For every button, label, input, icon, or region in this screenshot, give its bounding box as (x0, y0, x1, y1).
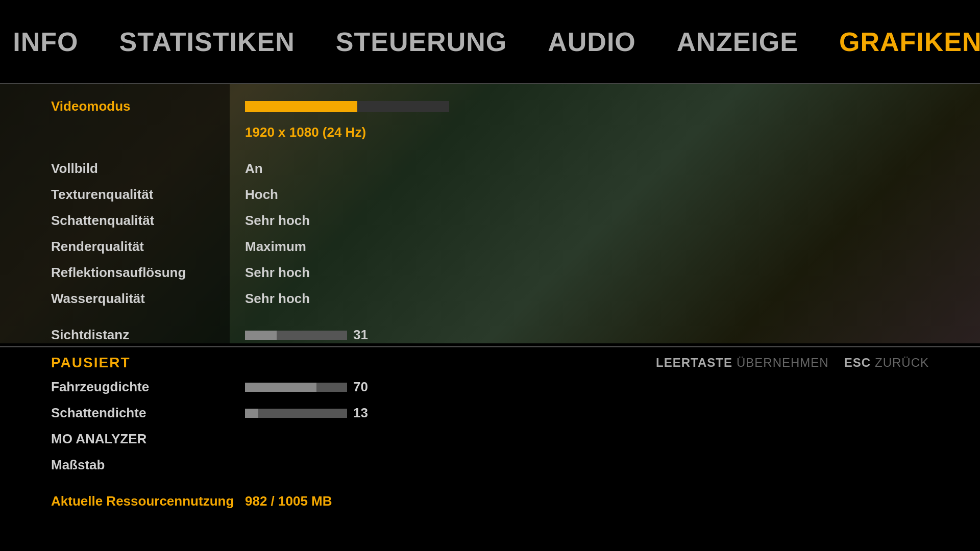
nav-item-audio[interactable]: Audio (548, 27, 636, 57)
key-hint-leertaste: LEERTASTE ÜBERNEHMEN (656, 356, 829, 370)
renderqualitaet-value[interactable]: Maximum (245, 234, 449, 260)
vollbild-value[interactable]: An (245, 156, 449, 182)
fahrzeugdichte-label: Fahrzeugdichte (51, 374, 245, 400)
key-hint-esc: ESC ZURÜCK (844, 356, 929, 370)
fahrzeugdichte-bar (245, 383, 347, 392)
massstab-label: Maßstab (51, 452, 245, 478)
sichtdistanz-value: 31 (353, 327, 374, 343)
vollbild-label: Vollbild (51, 156, 245, 182)
action-zurueck: ZURÜCK (875, 356, 929, 370)
wasserqualitaet-label: Wasserqualität (51, 286, 245, 312)
nav-item-anzeige[interactable]: Anzeige (677, 27, 798, 57)
schattendichte-slider[interactable]: 13 (245, 405, 449, 421)
schattenqualitaet-label: Schattenqualität (51, 208, 245, 234)
nav-item-statistiken[interactable]: Statistiken (119, 27, 295, 57)
fahrzeugdichte-fill (245, 383, 316, 392)
paused-label: PAUSIERT (51, 355, 131, 371)
schattendichte-label: Schattendichte (51, 400, 245, 426)
videomodus-value: 980 x 551 (24 Hz) (245, 119, 449, 145)
schattendichte-bar (245, 409, 347, 418)
settings-panel: Videomodus 980 x 551 (24 Hz) Vollbild … (0, 83, 444, 343)
videomodus-label: Videomodus (51, 93, 245, 119)
texturenqualitaet-label: Texturenqualität (51, 182, 245, 208)
nav-item-steuerung[interactable]: Steuerung (336, 27, 507, 57)
reflektionsaufloesung-value[interactable]: Sehr hoch (245, 260, 449, 286)
navigation: Karte Info Statistiken Steuerung Audio A… (0, 0, 980, 83)
videomodus-slider-container[interactable] (245, 98, 449, 115)
texturenqualitaet-value[interactable]: Hoch (245, 182, 449, 208)
nav-item-info[interactable]: Info (13, 27, 78, 57)
renderqualitaet-label: Renderqualität (51, 234, 245, 260)
status-bar: PAUSIERT LEERTASTE ÜBERNEHMEN ESC ZURÜCK (0, 347, 980, 378)
sichtdistanz-fill (245, 331, 277, 340)
nav-item-grafiken[interactable]: Grafiken (839, 27, 980, 57)
key-leertaste: LEERTASTE (656, 356, 732, 370)
resource-value: 982 / 1005 MB (245, 488, 449, 514)
fahrzeugdichte-slider[interactable]: 70 (245, 379, 449, 395)
sichtdistanz-label: Sichtdistanz (51, 322, 245, 348)
videomodus-bar (245, 101, 449, 112)
wasserqualitaet-value[interactable]: Sehr hoch (245, 286, 449, 312)
action-uebernehmen: ÜBERNEHMEN (737, 356, 829, 370)
schattendichte-fill (245, 409, 258, 418)
key-hints: LEERTASTE ÜBERNEHMEN ESC ZURÜCK (656, 356, 929, 370)
fahrzeugdichte-value: 70 (353, 379, 374, 395)
nav-separator (0, 83, 980, 84)
resource-label: Aktuelle Ressourcennutzung (51, 488, 245, 514)
key-esc: ESC (844, 356, 871, 370)
bottom-separator (0, 346, 980, 347)
schattendichte-value: 13 (353, 405, 374, 421)
schattenqualitaet-value[interactable]: Sehr hoch (245, 208, 449, 234)
videomodus-fill (245, 101, 357, 112)
sichtdistanz-bar (245, 331, 347, 340)
mo-analyzer-label: MO ANALYZER (51, 426, 245, 452)
sichtdistanz-slider[interactable]: 31 (245, 327, 449, 343)
reflektionsaufloesung-label: Reflektionsauflösung (51, 260, 245, 286)
